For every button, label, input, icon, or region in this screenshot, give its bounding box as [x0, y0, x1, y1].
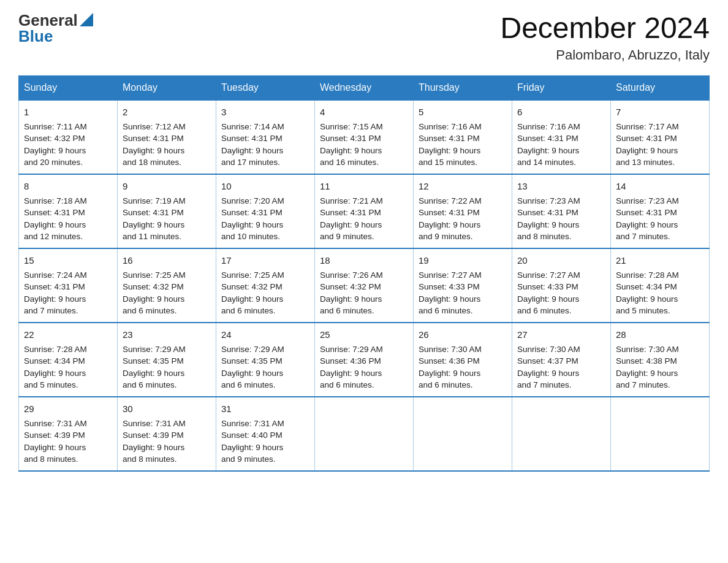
week-row-3: 15Sunrise: 7:24 AMSunset: 4:31 PMDayligh… [19, 248, 710, 323]
day-number: 28 [616, 328, 704, 342]
calendar-cell: 31Sunrise: 7:31 AMSunset: 4:40 PMDayligh… [216, 397, 315, 471]
calendar-cell: 17Sunrise: 7:25 AMSunset: 4:32 PMDayligh… [216, 248, 315, 323]
calendar-cell: 14Sunrise: 7:23 AMSunset: 4:31 PMDayligh… [611, 174, 710, 248]
day-number: 31 [221, 402, 309, 416]
day-info: Sunrise: 7:26 AMSunset: 4:32 PMDaylight:… [320, 269, 408, 317]
day-info: Sunrise: 7:14 AMSunset: 4:31 PMDaylight:… [221, 121, 309, 169]
calendar-cell: 28Sunrise: 7:30 AMSunset: 4:38 PMDayligh… [611, 323, 710, 397]
week-row-4: 22Sunrise: 7:28 AMSunset: 4:34 PMDayligh… [19, 323, 710, 397]
day-number: 15 [24, 254, 112, 267]
calendar-cell [512, 397, 611, 471]
calendar-cell: 3Sunrise: 7:14 AMSunset: 4:31 PMDaylight… [216, 100, 315, 174]
day-info: Sunrise: 7:30 AMSunset: 4:36 PMDaylight:… [419, 343, 507, 391]
calendar-cell [315, 397, 414, 471]
calendar-cell: 18Sunrise: 7:26 AMSunset: 4:32 PMDayligh… [315, 248, 414, 323]
day-number: 9 [123, 180, 211, 193]
day-info: Sunrise: 7:12 AMSunset: 4:31 PMDaylight:… [123, 121, 211, 169]
location-title: Palombaro, Abruzzo, Italy [500, 47, 710, 63]
header-monday: Monday [118, 75, 216, 100]
logo-icon [80, 13, 93, 26]
logo: General Blue [18, 12, 93, 44]
day-info: Sunrise: 7:18 AMSunset: 4:31 PMDaylight:… [24, 195, 112, 243]
day-number: 13 [517, 180, 605, 193]
calendar-cell: 9Sunrise: 7:19 AMSunset: 4:31 PMDaylight… [118, 174, 216, 248]
calendar-cell: 19Sunrise: 7:27 AMSunset: 4:33 PMDayligh… [414, 248, 512, 323]
day-info: Sunrise: 7:25 AMSunset: 4:32 PMDaylight:… [123, 269, 211, 317]
calendar-cell: 10Sunrise: 7:20 AMSunset: 4:31 PMDayligh… [216, 174, 315, 248]
day-number: 1 [24, 105, 112, 119]
day-number: 6 [517, 105, 605, 119]
calendar-cell: 15Sunrise: 7:24 AMSunset: 4:31 PMDayligh… [19, 248, 118, 323]
day-info: Sunrise: 7:20 AMSunset: 4:31 PMDaylight:… [221, 195, 309, 243]
title-area: December 2024 Palombaro, Abruzzo, Italy [500, 12, 710, 63]
day-number: 26 [419, 328, 507, 342]
day-number: 2 [123, 105, 211, 119]
day-info: Sunrise: 7:30 AMSunset: 4:37 PMDaylight:… [517, 343, 605, 391]
day-number: 14 [616, 180, 704, 193]
day-number: 29 [24, 402, 112, 416]
calendar-cell: 12Sunrise: 7:22 AMSunset: 4:31 PMDayligh… [414, 174, 512, 248]
day-info: Sunrise: 7:31 AMSunset: 4:40 PMDaylight:… [221, 418, 309, 465]
week-row-2: 8Sunrise: 7:18 AMSunset: 4:31 PMDaylight… [19, 174, 710, 248]
day-number: 30 [123, 402, 211, 416]
day-number: 21 [616, 254, 704, 267]
calendar-cell: 7Sunrise: 7:17 AMSunset: 4:31 PMDaylight… [611, 100, 710, 174]
day-number: 22 [24, 328, 112, 342]
day-info: Sunrise: 7:16 AMSunset: 4:31 PMDaylight:… [517, 121, 605, 169]
calendar-cell: 22Sunrise: 7:28 AMSunset: 4:34 PMDayligh… [19, 323, 118, 397]
day-info: Sunrise: 7:31 AMSunset: 4:39 PMDaylight:… [24, 418, 112, 465]
calendar-cell: 24Sunrise: 7:29 AMSunset: 4:35 PMDayligh… [216, 323, 315, 397]
calendar-cell: 25Sunrise: 7:29 AMSunset: 4:36 PMDayligh… [315, 323, 414, 397]
calendar-table: SundayMondayTuesdayWednesdayThursdayFrid… [18, 75, 710, 472]
day-info: Sunrise: 7:24 AMSunset: 4:31 PMDaylight:… [24, 269, 112, 317]
week-row-5: 29Sunrise: 7:31 AMSunset: 4:39 PMDayligh… [19, 397, 710, 471]
logo-blue-text: Blue [18, 28, 53, 44]
header-saturday: Saturday [611, 75, 710, 100]
calendar-cell: 8Sunrise: 7:18 AMSunset: 4:31 PMDaylight… [19, 174, 118, 248]
calendar-cell: 5Sunrise: 7:16 AMSunset: 4:31 PMDaylight… [414, 100, 512, 174]
svg-marker-0 [80, 13, 93, 26]
day-info: Sunrise: 7:23 AMSunset: 4:31 PMDaylight:… [616, 195, 704, 243]
calendar-cell [414, 397, 512, 471]
day-number: 4 [320, 105, 408, 119]
day-number: 16 [123, 254, 211, 267]
day-info: Sunrise: 7:16 AMSunset: 4:31 PMDaylight:… [419, 121, 507, 169]
day-number: 12 [419, 180, 507, 193]
day-info: Sunrise: 7:15 AMSunset: 4:31 PMDaylight:… [320, 121, 408, 169]
header-row: SundayMondayTuesdayWednesdayThursdayFrid… [19, 75, 710, 100]
day-number: 24 [221, 328, 309, 342]
day-number: 19 [419, 254, 507, 267]
day-info: Sunrise: 7:27 AMSunset: 4:33 PMDaylight:… [419, 269, 507, 317]
day-info: Sunrise: 7:19 AMSunset: 4:31 PMDaylight:… [123, 195, 211, 243]
day-number: 27 [517, 328, 605, 342]
header-thursday: Thursday [414, 75, 512, 100]
day-info: Sunrise: 7:29 AMSunset: 4:36 PMDaylight:… [320, 343, 408, 391]
calendar-cell: 30Sunrise: 7:31 AMSunset: 4:39 PMDayligh… [118, 397, 216, 471]
calendar-cell: 21Sunrise: 7:28 AMSunset: 4:34 PMDayligh… [611, 248, 710, 323]
calendar-cell: 1Sunrise: 7:11 AMSunset: 4:32 PMDaylight… [19, 100, 118, 174]
day-info: Sunrise: 7:23 AMSunset: 4:31 PMDaylight:… [517, 195, 605, 243]
calendar-cell: 23Sunrise: 7:29 AMSunset: 4:35 PMDayligh… [118, 323, 216, 397]
day-number: 17 [221, 254, 309, 267]
day-info: Sunrise: 7:28 AMSunset: 4:34 PMDaylight:… [24, 343, 112, 391]
day-info: Sunrise: 7:25 AMSunset: 4:32 PMDaylight:… [221, 269, 309, 317]
day-info: Sunrise: 7:11 AMSunset: 4:32 PMDaylight:… [24, 121, 112, 169]
calendar-cell: 20Sunrise: 7:27 AMSunset: 4:33 PMDayligh… [512, 248, 611, 323]
day-number: 3 [221, 105, 309, 119]
day-number: 7 [616, 105, 704, 119]
calendar-cell: 4Sunrise: 7:15 AMSunset: 4:31 PMDaylight… [315, 100, 414, 174]
day-number: 5 [419, 105, 507, 119]
day-info: Sunrise: 7:22 AMSunset: 4:31 PMDaylight:… [419, 195, 507, 243]
month-title: December 2024 [500, 12, 710, 45]
day-number: 18 [320, 254, 408, 267]
calendar-cell: 16Sunrise: 7:25 AMSunset: 4:32 PMDayligh… [118, 248, 216, 323]
day-info: Sunrise: 7:21 AMSunset: 4:31 PMDaylight:… [320, 195, 408, 243]
day-info: Sunrise: 7:29 AMSunset: 4:35 PMDaylight:… [123, 343, 211, 391]
day-number: 10 [221, 180, 309, 193]
week-row-1: 1Sunrise: 7:11 AMSunset: 4:32 PMDaylight… [19, 100, 710, 174]
calendar-cell: 29Sunrise: 7:31 AMSunset: 4:39 PMDayligh… [19, 397, 118, 471]
day-info: Sunrise: 7:17 AMSunset: 4:31 PMDaylight:… [616, 121, 704, 169]
day-number: 8 [24, 180, 112, 193]
header-sunday: Sunday [19, 75, 118, 100]
header-wednesday: Wednesday [315, 75, 414, 100]
